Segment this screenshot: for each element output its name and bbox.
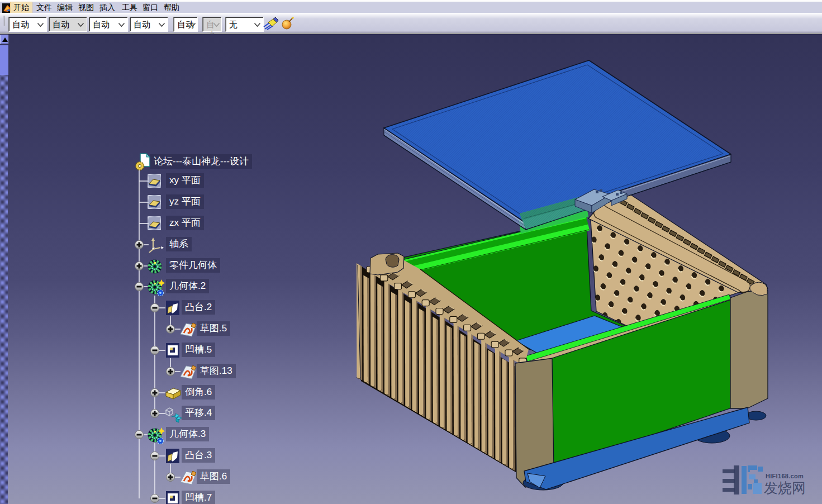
svg-text:HIFI168.com: HIFI168.com [766,473,804,479]
svg-text:发烧网: 发烧网 [764,480,806,496]
